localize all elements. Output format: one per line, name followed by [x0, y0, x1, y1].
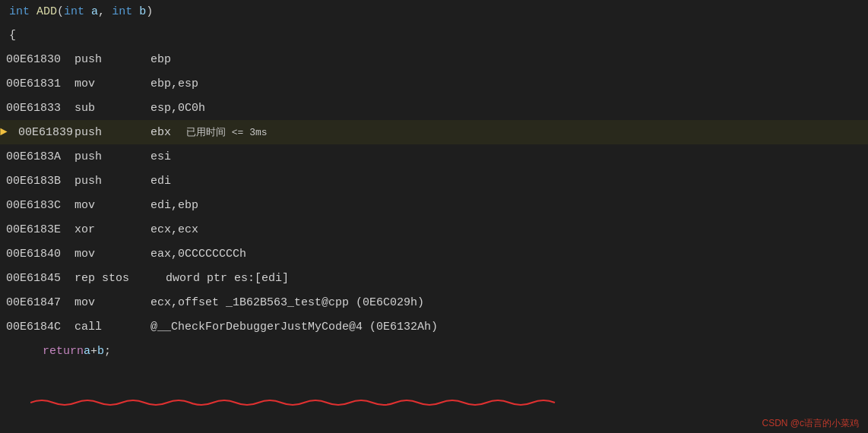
mnemonic-9: rep stos: [74, 272, 166, 285]
open-brace: {: [6, 29, 16, 42]
address-3: 00E61839: [6, 126, 74, 139]
mnemonic-5: push: [74, 175, 150, 188]
instr-line-6: 00E6183C mov edi,ebp: [0, 193, 868, 217]
return-plus: +: [90, 345, 97, 358]
operand-1: ebp,esp: [150, 77, 198, 90]
operand-7: ecx,ecx: [150, 223, 198, 236]
return-indent: [9, 345, 36, 358]
address-10: 00E61847: [6, 296, 74, 309]
time-annotation: 已用时间 <= 3ms: [186, 125, 268, 139]
return-keyword: return: [43, 345, 84, 358]
address-8: 00E61840: [6, 248, 74, 261]
address-7: 00E6183E: [6, 223, 74, 236]
instr-line-1: 00E61831 mov ebp,esp: [0, 71, 868, 96]
operand-4: esi: [150, 150, 171, 163]
operand-9: dword ptr es:[edi]: [166, 272, 289, 285]
return-var-a: a: [84, 345, 90, 358]
address-9: 00E61845: [6, 272, 74, 285]
mnemonic-3: push: [74, 126, 150, 139]
operand-3: ebx: [150, 126, 171, 139]
function-name: ADD: [36, 5, 57, 18]
mnemonic-0: push: [74, 53, 150, 66]
instr-line-10: 00E61847 mov ecx,offset _1B62B563_test@c…: [0, 290, 868, 314]
mnemonic-4: push: [74, 150, 150, 163]
param-type-2: int: [112, 5, 132, 18]
time-text: 已用时间 <= 3ms: [186, 127, 268, 138]
operand-6: edi,ebp: [150, 199, 198, 212]
return-line: return a + b ;: [0, 339, 868, 363]
param-b: b: [139, 5, 146, 18]
mnemonic-1: mov: [74, 77, 150, 90]
address-5: 00E6183B: [6, 175, 74, 188]
function-signature: int ADD(int a, int b): [6, 5, 153, 18]
operand-5: edi: [150, 175, 171, 188]
return-var-b: b: [97, 345, 104, 358]
code-view: int ADD(int a, int b) { 00E61830 push eb…: [0, 0, 868, 433]
instr-line-5: 00E6183B push edi: [0, 169, 868, 193]
instr-line-8: 00E61840 mov eax,0CCCCCCCCh: [0, 242, 868, 266]
address-2: 00E61833: [6, 102, 74, 115]
keyword-int: int: [9, 5, 30, 18]
mnemonic-7: xor: [74, 223, 150, 236]
squiggle-decoration: [30, 398, 868, 407]
param-a: a: [91, 5, 98, 18]
watermark: CSDN @c语言的小菜鸡: [762, 417, 859, 430]
mnemonic-2: sub: [74, 102, 150, 115]
address-0: 00E61830: [6, 53, 74, 66]
address-4: 00E6183A: [6, 150, 74, 163]
address-11: 00E6184C: [6, 321, 74, 333]
instr-line-4: 00E6183A push esi: [0, 144, 868, 169]
operand-10: ecx,offset _1B62B563_test@cpp (0E6C029h): [150, 296, 424, 309]
mnemonic-10: mov: [74, 296, 150, 309]
operand-8: eax,0CCCCCCCCh: [150, 248, 246, 261]
function-signature-line: int ADD(int a, int b): [0, 0, 868, 23]
instr-line-11: 00E6184C call @__CheckForDebuggerJustMyC…: [0, 314, 868, 339]
mnemonic-6: mov: [74, 199, 150, 212]
open-brace-line: {: [0, 23, 868, 47]
operand-2: esp,0C0h: [150, 102, 205, 115]
mnemonic-8: mov: [74, 248, 150, 261]
instr-line-9: 00E61845 rep stos dword ptr es:[edi]: [0, 266, 868, 290]
param-type-1: int: [64, 5, 84, 18]
return-semicolon: ;: [104, 345, 111, 358]
mnemonic-11: call: [74, 321, 150, 333]
instr-line-0: 00E61830 push ebp: [0, 47, 868, 71]
instr-line-2: 00E61833 sub esp,0C0h: [0, 96, 868, 120]
address-1: 00E61831: [6, 77, 74, 90]
address-6: 00E6183C: [6, 199, 74, 212]
operand-11: @__CheckForDebuggerJustMyCode@4 (0E6132A…: [150, 321, 438, 333]
instr-line-3: ► 00E61839 push ebx 已用时间 <= 3ms: [0, 120, 868, 144]
current-line-arrow: ►: [0, 125, 8, 139]
operand-0: ebp: [150, 53, 171, 66]
instr-line-7: 00E6183E xor ecx,ecx: [0, 217, 868, 242]
